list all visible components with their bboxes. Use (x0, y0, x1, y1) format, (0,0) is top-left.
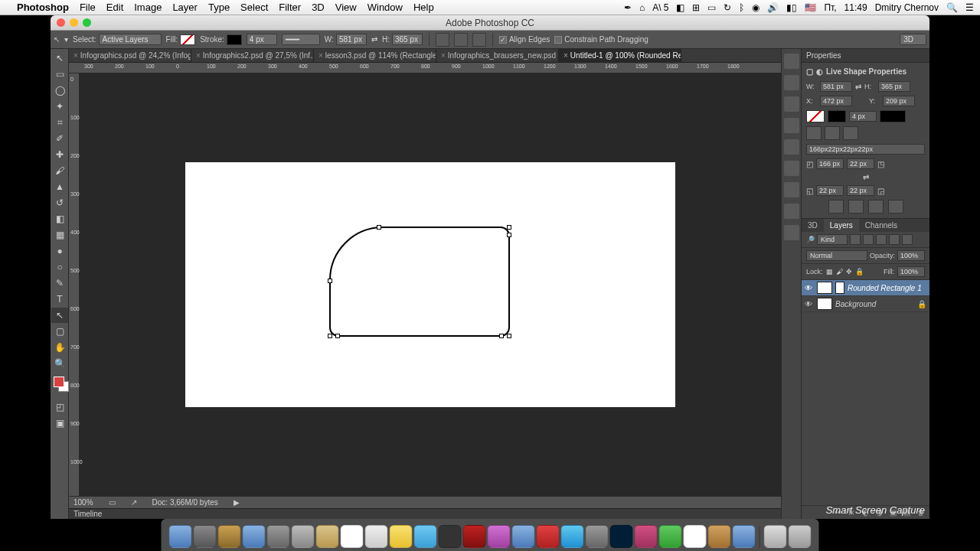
history-brush-tool[interactable]: ↺ (51, 195, 68, 210)
link-icon[interactable]: ⇄ (855, 83, 861, 91)
fill-swatch[interactable] (180, 34, 195, 45)
stamp-tool[interactable]: ▲ (51, 179, 68, 194)
link-corners-icon[interactable]: ⇄ (863, 173, 869, 181)
lock-transparency-icon[interactable]: ▦ (826, 268, 833, 276)
dock-skype-icon[interactable] (561, 525, 584, 548)
lasso-tool[interactable]: ◯ (51, 83, 68, 98)
dock-itunes-icon[interactable] (488, 525, 511, 548)
zoom-tool[interactable]: 🔍 (51, 356, 68, 371)
corner-bl-input[interactable] (816, 185, 844, 196)
menubar-time[interactable]: 11:49 (844, 2, 867, 13)
path-op-button[interactable] (868, 200, 884, 214)
stroke-width-input[interactable] (247, 34, 277, 45)
crop-tool[interactable]: ⌗ (51, 115, 68, 130)
tool-preset-dropdown[interactable]: ▾ (64, 35, 68, 44)
dock-app-icon[interactable] (537, 525, 560, 548)
dock-notes-icon[interactable] (390, 525, 413, 548)
wand-tool[interactable]: ✦ (51, 99, 68, 114)
menubar-flag-icon[interactable]: 🇺🇸 (805, 2, 816, 13)
dock-app-icon[interactable] (708, 525, 731, 548)
lock-all-icon[interactable]: 🔒 (855, 268, 864, 276)
dock-calendar-icon[interactable] (341, 525, 364, 548)
menu-image[interactable]: Image (134, 2, 162, 13)
dock-appstore-icon[interactable] (512, 525, 535, 548)
type-tool[interactable]: T (51, 292, 68, 307)
fill-input[interactable] (897, 266, 925, 277)
dock-chrome-icon[interactable] (684, 525, 707, 548)
ruler-horizontal[interactable]: 3002001000100200300400500600700800900100… (69, 63, 781, 73)
path-op-button[interactable] (848, 200, 864, 214)
select-dropdown[interactable]: Active Layers (99, 34, 162, 45)
dock-trash-icon[interactable] (789, 525, 812, 548)
hand-tool[interactable]: ✋ (51, 340, 68, 355)
color-swatches[interactable] (52, 375, 67, 396)
blend-mode-dropdown[interactable]: Normal (806, 250, 867, 261)
menu-3d[interactable]: 3D (312, 2, 325, 13)
width-input[interactable] (336, 34, 367, 45)
menubar-volume-icon[interactable]: 🔊 (767, 2, 779, 13)
layer-thumbnail[interactable] (817, 298, 832, 310)
move-tool[interactable]: ↖ (51, 51, 68, 66)
menu-view[interactable]: View (335, 2, 357, 13)
lock-pixels-icon[interactable]: 🖌 (836, 268, 843, 276)
layer-row[interactable]: 👁 Background 🔒 (802, 296, 929, 312)
prop-stroke-style[interactable] (880, 110, 906, 122)
visibility-icon[interactable]: 👁 (805, 300, 814, 308)
filter-adjust-icon[interactable] (863, 234, 874, 245)
dock-contacts-icon[interactable] (316, 525, 339, 548)
path-op-button[interactable] (828, 200, 844, 214)
menubar-adobe-icon[interactable]: A\ 5 (652, 2, 668, 13)
menu-filter[interactable]: Filter (279, 2, 301, 13)
path-arrange-button[interactable] (454, 33, 468, 47)
dock-downloads-icon[interactable] (764, 525, 787, 548)
menubar-user[interactable]: Dmitry Chernov (875, 2, 939, 13)
menubar-wifi-icon[interactable]: ◉ (752, 2, 760, 13)
filter-kind-dropdown[interactable]: Kind (817, 234, 848, 245)
prop-stroke-swatch[interactable] (828, 110, 846, 122)
corner-br-input[interactable] (847, 185, 874, 196)
close-icon[interactable]: × (74, 51, 78, 60)
document-tab[interactable]: ×Infographics_brausers_new.psd ... (436, 49, 559, 62)
dodge-tool[interactable]: ○ (51, 259, 68, 275)
blur-tool[interactable]: ● (51, 243, 68, 259)
timeline-panel[interactable]: Timeline (69, 508, 781, 519)
close-icon[interactable]: × (318, 51, 323, 60)
menubar-sync-icon[interactable]: ↻ (724, 2, 731, 13)
screenmode-tool[interactable]: ▣ (51, 416, 68, 431)
zoom-button[interactable] (83, 18, 91, 27)
dock-app-icon[interactable] (439, 525, 462, 548)
ruler-vertical[interactable]: 01002003004005006007008009001000 (69, 73, 80, 496)
height-input[interactable] (392, 34, 423, 45)
document-tab[interactable]: ×lesson3.psd @ 114% (Rectangle ... (314, 49, 436, 62)
dock-messages-icon[interactable] (414, 525, 437, 548)
collapsed-panel-icon[interactable] (784, 75, 799, 90)
stroke-corners-button[interactable] (843, 126, 858, 140)
menu-type[interactable]: Type (208, 2, 230, 13)
doc-info[interactable]: Doc: 3,66M/0 bytes (152, 498, 218, 507)
menubar-bluetooth-icon[interactable]: ᛒ (739, 2, 744, 13)
dock-app-icon[interactable] (218, 525, 241, 548)
prop-w-input[interactable] (820, 81, 852, 92)
tab-channels[interactable]: Channels (859, 219, 903, 232)
prop-stroke-width[interactable] (849, 111, 877, 122)
spotlight-icon[interactable]: 🔍 (946, 2, 958, 13)
stroke-align-button[interactable] (806, 126, 822, 140)
path-select-tool[interactable]: ↖ (51, 308, 68, 323)
collapsed-panel-icon[interactable] (784, 161, 799, 176)
dock-app-icon[interactable] (267, 525, 290, 548)
dock-app-icon[interactable] (292, 525, 315, 548)
document-tab-active[interactable]: ×Untitled-1 @ 100% (Rounded Rectangle 1,… (559, 49, 681, 62)
prop-h-input[interactable] (878, 81, 910, 92)
prop-y-input[interactable] (883, 96, 915, 106)
menubar-tray-icon[interactable]: ✒ (624, 2, 632, 13)
tab-3d[interactable]: 3D (802, 219, 824, 232)
menubar-tray-icon[interactable]: ⌂ (639, 2, 645, 13)
path-op-button[interactable] (888, 200, 903, 214)
status-icon[interactable]: ▭ (109, 498, 116, 507)
dock-app-icon[interactable] (635, 525, 658, 548)
stroke-swatch[interactable] (227, 34, 242, 45)
path-options-button[interactable] (472, 33, 486, 47)
filter-smart-icon[interactable] (902, 234, 913, 245)
shape-tool[interactable]: ▢ (51, 324, 68, 339)
eraser-tool[interactable]: ◧ (51, 211, 68, 227)
